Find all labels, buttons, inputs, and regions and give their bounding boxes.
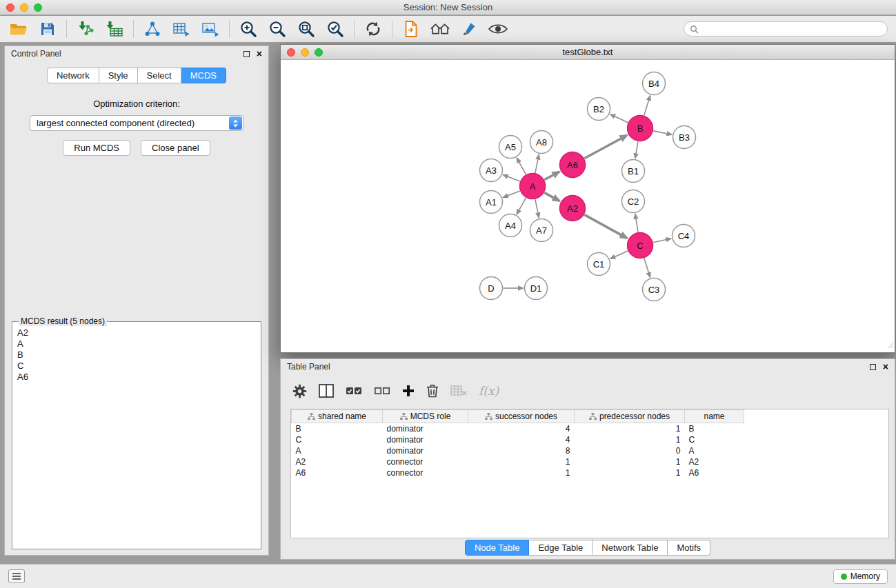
edge-A-A8[interactable]	[535, 154, 539, 173]
edge-A-A4[interactable]	[517, 198, 526, 214]
columns-icon[interactable]	[319, 384, 334, 398]
table-cell[interactable]: 1	[468, 467, 575, 478]
node-C1[interactable]: C1	[588, 253, 610, 276]
tab-node-table[interactable]: Node Table	[465, 540, 530, 556]
close-panel-button[interactable]: Close panel	[141, 140, 210, 156]
search-input[interactable]	[702, 24, 882, 34]
zoom-out-icon[interactable]	[267, 18, 288, 40]
import-table-icon[interactable]	[104, 18, 125, 40]
search-box[interactable]	[684, 21, 888, 37]
mcds-result-item[interactable]: A2	[17, 327, 257, 338]
table-cell[interactable]: connector	[383, 456, 468, 467]
node-A[interactable]: A	[520, 174, 546, 199]
close-panel-icon[interactable]: ×	[257, 50, 262, 57]
edge-A2-C[interactable]	[584, 214, 627, 238]
resize-handle-icon[interactable]	[886, 338, 893, 351]
network-window-titlebar[interactable]: testGlobe.txt	[281, 45, 895, 60]
node-A2[interactable]: A2	[560, 196, 586, 221]
delete-table-icon[interactable]	[450, 385, 467, 397]
table-cell[interactable]: 4	[468, 423, 575, 434]
edge-B-B3[interactable]	[653, 131, 672, 134]
table-cell[interactable]: connector	[383, 467, 468, 478]
table-cell[interactable]: 1	[575, 434, 685, 445]
open-folder-icon[interactable]	[8, 18, 29, 40]
node-C2[interactable]: C2	[622, 190, 645, 213]
edge-C-C3[interactable]	[644, 258, 650, 278]
table-cell[interactable]: 4	[468, 434, 575, 445]
table-cell[interactable]: 0	[575, 445, 685, 456]
minimize-window-button[interactable]	[20, 3, 28, 12]
node-A4[interactable]: A4	[499, 214, 522, 237]
houses-icon[interactable]	[430, 18, 450, 40]
table-row[interactable]: Bdominator41B	[292, 423, 744, 434]
table-cell[interactable]: A	[685, 445, 744, 456]
tab-select[interactable]: Select	[138, 68, 181, 83]
edge-A-A1[interactable]	[503, 191, 520, 197]
table-cell[interactable]: C	[292, 434, 383, 445]
table-cell[interactable]: 1	[468, 456, 575, 467]
column-header-mcds-role[interactable]: MCDS role	[383, 410, 468, 423]
tab-network[interactable]: Network	[47, 68, 99, 83]
node-C4[interactable]: C4	[673, 225, 695, 247]
table-cell[interactable]: B	[292, 423, 383, 434]
node-B3[interactable]: B3	[673, 126, 696, 149]
mcds-result-list[interactable]: A2ABCA6	[16, 327, 257, 383]
refresh-icon[interactable]	[363, 18, 384, 40]
edge-A-A2[interactable]	[544, 192, 559, 201]
tab-edge-table[interactable]: Edge Table	[529, 540, 593, 556]
clone-network-icon[interactable]	[142, 18, 163, 40]
export-image-icon[interactable]	[200, 18, 221, 40]
document-icon[interactable]	[401, 18, 421, 40]
edge-C-C4[interactable]	[653, 239, 671, 243]
network-close-button[interactable]	[287, 48, 295, 57]
node-A5[interactable]: A5	[499, 136, 522, 159]
node-A6[interactable]: A6	[560, 152, 586, 178]
table-cell[interactable]: A	[292, 445, 383, 456]
edge-B-B4[interactable]	[644, 96, 650, 116]
column-header-successor-nodes[interactable]: successor nodes	[468, 410, 575, 423]
edge-A-A5[interactable]	[517, 158, 526, 174]
edge-C-C1[interactable]	[610, 251, 628, 258]
settings-gear-icon[interactable]	[292, 384, 307, 398]
table-cell[interactable]: dominator	[383, 423, 468, 434]
table-cell[interactable]: A2	[292, 456, 383, 467]
table-cell[interactable]: 1	[575, 423, 685, 434]
column-header-shared-name[interactable]: shared name	[292, 410, 383, 423]
node-A3[interactable]: A3	[480, 159, 503, 182]
table-cell[interactable]: 1	[575, 456, 685, 467]
column-header-predecessor-nodes[interactable]: predecessor nodes	[575, 410, 685, 423]
table-cell[interactable]: A6	[685, 467, 744, 478]
table-cell[interactable]: dominator	[383, 445, 468, 456]
node-A8[interactable]: A8	[530, 131, 553, 154]
table-row[interactable]: Adominator80A	[292, 445, 744, 456]
node-C3[interactable]: C3	[643, 278, 666, 301]
panel-list-button[interactable]	[8, 569, 25, 583]
style-brush-icon[interactable]	[459, 18, 479, 40]
add-row-icon[interactable]	[402, 385, 415, 397]
table-row[interactable]: A2connector11A2	[292, 456, 744, 467]
table-cell[interactable]: C	[685, 434, 744, 445]
mcds-result-item[interactable]: A	[17, 338, 257, 349]
edge-B-B1[interactable]	[635, 141, 638, 158]
table-cell[interactable]: A6	[292, 467, 383, 478]
select-all-icon[interactable]	[346, 386, 362, 396]
table-row[interactable]: Cdominator41C	[292, 434, 744, 445]
titlebar[interactable]: Session: New Session	[0, 0, 896, 15]
node-B2[interactable]: B2	[588, 98, 610, 121]
node-C[interactable]: C	[628, 233, 653, 258]
node-B1[interactable]: B1	[622, 160, 645, 183]
save-icon[interactable]	[37, 18, 58, 40]
column-header-name[interactable]: name	[685, 410, 744, 423]
edge-A-A7[interactable]	[535, 199, 539, 218]
export-table-icon[interactable]	[171, 18, 192, 40]
import-network-icon[interactable]	[75, 18, 96, 40]
eye-icon[interactable]	[488, 18, 508, 40]
optimization-criterion-select[interactable]: largest connected component (directed)	[30, 115, 243, 131]
table-cell[interactable]: B	[685, 423, 744, 434]
node-A7[interactable]: A7	[530, 219, 553, 242]
tab-mcds[interactable]: MCDS	[181, 68, 226, 83]
node-D[interactable]: D	[480, 277, 503, 300]
zoom-fit-icon[interactable]	[296, 18, 317, 40]
table-cell[interactable]: 1	[575, 467, 685, 478]
float-table-panel-icon[interactable]	[870, 364, 876, 370]
